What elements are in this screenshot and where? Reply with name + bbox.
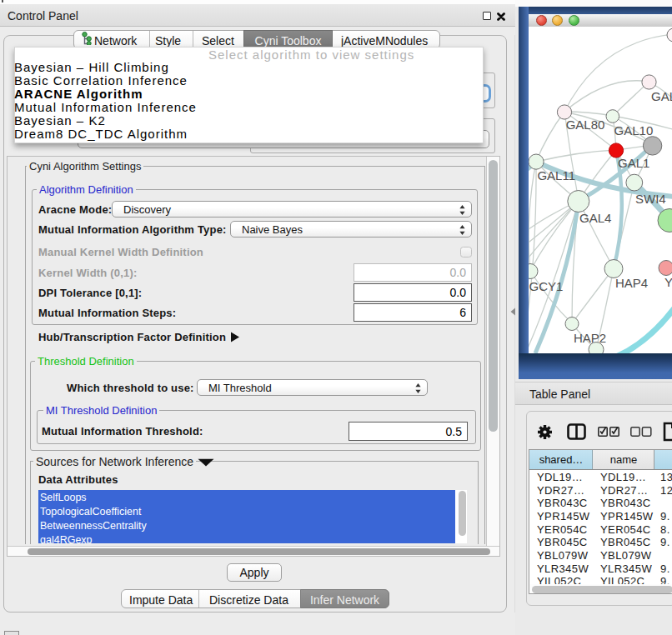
- svg-text:Y: Y: [664, 275, 672, 289]
- svg-text:GAL1: GAL1: [618, 156, 649, 170]
- svg-text:HAP4: HAP4: [615, 276, 648, 290]
- svg-text:GAL10: GAL10: [614, 123, 654, 138]
- svg-text:SWI4: SWI4: [635, 192, 666, 206]
- svg-text:GAL4: GAL4: [579, 211, 611, 225]
- svg-text:GCY1: GCY1: [529, 279, 564, 293]
- svg-text:GAL2: GAL2: [651, 89, 672, 103]
- svg-text:GAL11: GAL11: [537, 168, 575, 182]
- svg-text:HAP2: HAP2: [574, 331, 606, 345]
- svg-text:GAL80: GAL80: [566, 118, 605, 132]
